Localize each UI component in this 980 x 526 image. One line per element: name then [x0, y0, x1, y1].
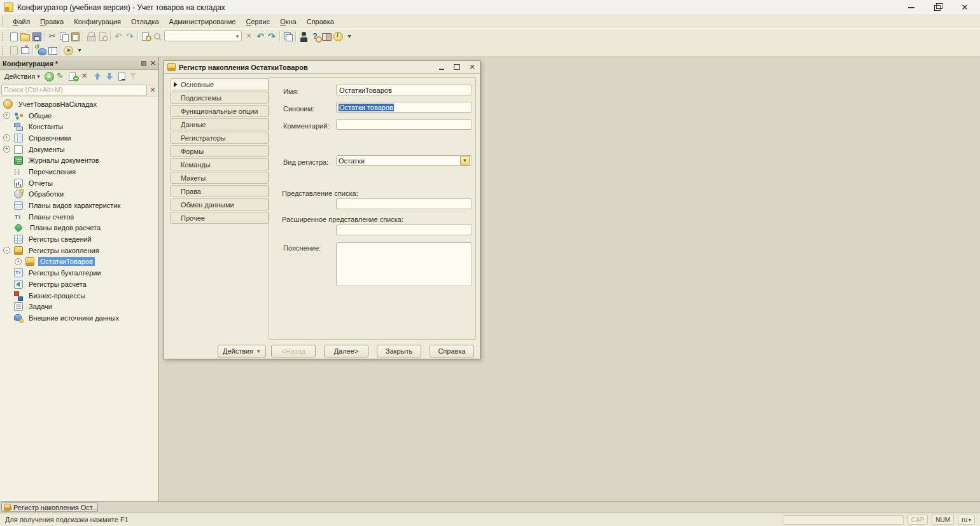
dialog-close-button[interactable] [468, 63, 477, 72]
tree-item-constants[interactable]: Константы [0, 121, 158, 132]
list-presentation-field[interactable] [336, 198, 472, 209]
tab-forms[interactable]: Формы [170, 145, 269, 157]
close-dialog-button[interactable]: Закрыть [377, 345, 421, 357]
search-combo[interactable]: ▾ [164, 31, 242, 41]
tab-main[interactable]: Основные [170, 78, 269, 90]
menu-help[interactable]: Справка [302, 15, 339, 28]
restore-button[interactable] [932, 1, 944, 14]
tree-item-information-registers[interactable]: Регистры сведений [0, 233, 158, 245]
tab-subsystems[interactable]: Подсистемы [170, 92, 269, 104]
close-button[interactable] [958, 1, 971, 14]
tree-item-calculation-registers[interactable]: Регистры расчета [0, 279, 158, 290]
table-layout-icon[interactable] [46, 44, 58, 57]
toolbar-grip[interactable] [2, 46, 5, 55]
print-preview-icon[interactable] [97, 30, 108, 43]
info-icon[interactable] [332, 30, 344, 43]
tab-data[interactable]: Данные [170, 118, 269, 130]
forward-icon[interactable] [266, 30, 277, 43]
tab-registrars[interactable]: Регистраторы [170, 132, 269, 144]
tree-item-ostatki-tovarov[interactable]: ОстаткиТоваров [0, 256, 158, 268]
menu-edit[interactable]: Правка [35, 15, 69, 28]
tree-item-tasks[interactable]: Задачи [0, 301, 158, 312]
next-button[interactable]: Далее> [324, 345, 368, 357]
paste-icon[interactable] [69, 30, 81, 43]
menu-windows[interactable]: Окна [275, 15, 302, 28]
dialog-title-bar[interactable]: Регистр накопления ОстаткиТоваров [164, 61, 480, 74]
add-document-icon[interactable] [67, 71, 79, 82]
cut-icon[interactable] [46, 30, 58, 43]
comment-field[interactable] [336, 119, 472, 130]
save-icon[interactable] [31, 30, 42, 43]
panel-close-icon[interactable]: ✕ [150, 59, 156, 67]
tree-item-charts-of-characteristic-types[interactable]: Планы видов характеристик [0, 200, 158, 211]
tree-item-reports[interactable]: Отчеты [0, 177, 158, 189]
menu-tools[interactable]: Сервис [241, 15, 275, 28]
global-search-icon[interactable] [140, 30, 151, 43]
tab-rights[interactable]: Права [170, 185, 269, 197]
tree-item-document-journals[interactable]: Журналы документов [0, 155, 158, 166]
tab-functional-options[interactable]: Функциональные опции [170, 105, 269, 117]
extended-list-presentation-field[interactable] [336, 225, 472, 235]
dialog-maximize-button[interactable] [452, 63, 461, 72]
tree-item-root[interactable]: УчетТоваровНаСкладах [0, 99, 158, 110]
clear-icon[interactable] [243, 30, 255, 43]
tree-expand-icon[interactable] [3, 112, 10, 119]
database-icon[interactable] [35, 44, 46, 57]
pin-icon[interactable] [141, 61, 146, 66]
tree-item-charts-of-accounts[interactable]: Планы счетов [0, 211, 158, 223]
tree-expand-icon[interactable] [3, 134, 10, 141]
move-up-icon[interactable] [92, 71, 103, 82]
back-icon[interactable] [255, 30, 266, 43]
syntax-check-icon[interactable] [309, 30, 321, 43]
name-field[interactable] [336, 85, 472, 95]
menu-administration[interactable]: Администрирование [164, 15, 241, 28]
tree-expand-icon[interactable] [15, 258, 22, 265]
back-button[interactable]: <Назад [271, 345, 316, 357]
redo-icon[interactable] [124, 30, 136, 43]
tab-commands[interactable]: Команды [170, 158, 269, 170]
menu-file[interactable]: Файл [8, 15, 35, 28]
tab-data-exchange[interactable]: Обмен данными [170, 198, 269, 211]
actions-button[interactable]: Действия▼ [218, 345, 266, 357]
tree-item-accumulation-registers[interactable]: Регистры накопления [0, 245, 158, 256]
start-debugging-icon[interactable] [62, 44, 74, 57]
tab-other[interactable]: Прочее [170, 212, 269, 224]
document-icon[interactable] [116, 71, 127, 82]
tree-item-common[interactable]: Общие [0, 110, 158, 121]
overflow-icon[interactable] [74, 44, 85, 57]
configuration-doc-icon[interactable] [8, 44, 19, 57]
tree-item-external-data-sources[interactable]: Внешние источники данных [0, 312, 158, 324]
add-icon[interactable] [43, 71, 55, 82]
toolbar-grip[interactable] [2, 32, 5, 41]
help-book-icon[interactable] [321, 30, 332, 43]
tree-item-enums[interactable]: Перечисления [0, 166, 158, 177]
tree-item-documents[interactable]: Документы [0, 144, 158, 155]
taskbar-item-register[interactable]: Регистр накопления Ост... [1, 502, 98, 512]
language-selector[interactable]: ru▾ [958, 515, 975, 525]
tree-expand-icon[interactable] [3, 146, 10, 153]
help-button[interactable]: Справка [430, 345, 474, 357]
actions-menu-button[interactable]: Действия▾ [2, 73, 43, 80]
menu-debug[interactable]: Отладка [126, 15, 164, 28]
search-input[interactable] [1, 85, 147, 95]
dialog-minimize-button[interactable] [437, 63, 446, 72]
move-down-icon[interactable] [104, 71, 115, 82]
zoom-icon[interactable] [151, 30, 163, 43]
chevron-down-icon[interactable]: ▾ [234, 33, 241, 39]
new-document-icon[interactable] [8, 30, 19, 43]
tree-item-charts-of-calculation-types[interactable]: Планы видов расчета [0, 223, 158, 234]
register-kind-combobox[interactable]: Остатки▼ [336, 155, 472, 166]
edit-icon[interactable] [55, 71, 67, 82]
menu-configuration[interactable]: Конфигурация [69, 15, 126, 28]
undo-icon[interactable] [113, 30, 124, 43]
open-icon[interactable] [19, 30, 31, 43]
copy-icon[interactable] [58, 30, 69, 43]
menu-grip[interactable] [2, 17, 5, 26]
synonym-field[interactable]: Остатки товаров [336, 102, 472, 113]
tree-collapse-icon[interactable] [3, 247, 10, 254]
print-icon[interactable] [85, 30, 97, 43]
close-window-icon[interactable] [19, 44, 31, 57]
tree-item-data-processors[interactable]: Обработки [0, 189, 158, 200]
tab-templates[interactable]: Макеты [170, 172, 269, 184]
search-clear-icon[interactable]: ✕ [148, 86, 157, 94]
